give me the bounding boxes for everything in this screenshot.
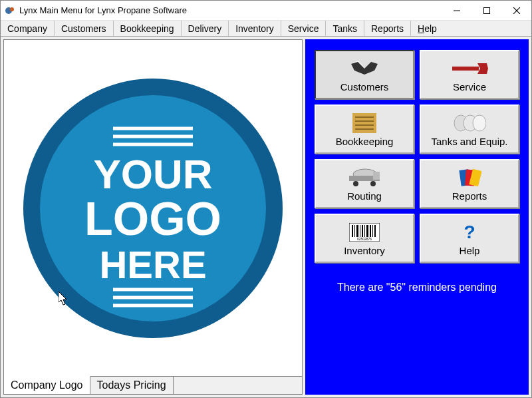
- app-icon: [5, 5, 15, 16]
- service-button[interactable]: Service: [420, 50, 519, 99]
- menubar: Company Customers Bookkeeping Delivery I…: [1, 21, 531, 37]
- tanks-button[interactable]: Tanks and Equip.: [420, 104, 519, 154]
- menu-bookkeeping[interactable]: Bookkeeping: [114, 21, 182, 36]
- tab-todays-pricing[interactable]: Todays Pricing: [90, 377, 174, 394]
- button-label: Reports: [452, 190, 487, 202]
- window-controls: [442, 1, 531, 20]
- svg-point-1: [10, 7, 14, 11]
- button-label: Help: [460, 245, 480, 256]
- barcode-icon: 02502876: [349, 221, 380, 244]
- svg-point-25: [473, 115, 486, 131]
- svg-text:HERE: HERE: [99, 243, 206, 286]
- titlebar: Lynx Main Menu for Lynx Propane Software: [1, 1, 531, 21]
- svg-rect-28: [373, 172, 380, 180]
- inventory-button[interactable]: 02502876 Inventory: [315, 214, 414, 263]
- svg-rect-17: [452, 67, 479, 71]
- svg-text:?: ?: [464, 222, 475, 242]
- svg-rect-36: [354, 225, 355, 237]
- menu-help[interactable]: Help: [411, 21, 444, 36]
- right-panel: Customers Service Bookkeeping: [305, 39, 529, 395]
- wrench-icon: [450, 57, 489, 80]
- content-area: YOUR LOGO HERE Company Logo Todays Prici…: [1, 37, 531, 397]
- reports-button[interactable]: Reports: [420, 159, 519, 208]
- menu-tanks[interactable]: Tanks: [326, 21, 364, 36]
- menu-service[interactable]: Service: [281, 21, 327, 36]
- truck-icon: [346, 166, 382, 189]
- button-label: Inventory: [344, 245, 385, 256]
- ledger-icon: [351, 112, 378, 134]
- button-label: Bookkeeping: [336, 136, 394, 147]
- button-label: Tanks and Equip.: [431, 136, 507, 147]
- customers-button[interactable]: Customers: [315, 50, 414, 99]
- svg-text:YOUR: YOUR: [93, 151, 212, 197]
- svg-point-30: [370, 181, 376, 186]
- tanks-icon: [453, 112, 486, 134]
- left-tabs: Company Logo Todays Pricing: [4, 376, 302, 394]
- svg-rect-41: [366, 225, 368, 237]
- svg-rect-39: [362, 225, 363, 237]
- svg-rect-43: [372, 225, 373, 237]
- menu-reports[interactable]: Reports: [364, 21, 411, 36]
- reminders-status: There are "56" reminders pending: [337, 282, 497, 294]
- menu-delivery[interactable]: Delivery: [182, 21, 229, 36]
- close-button[interactable]: [501, 1, 531, 20]
- minimize-button[interactable]: [442, 1, 471, 20]
- svg-rect-35: [352, 225, 353, 237]
- company-logo-area: YOUR LOGO HERE: [4, 40, 302, 376]
- svg-rect-37: [356, 225, 358, 237]
- handshake-icon: [348, 57, 381, 80]
- company-logo-icon: YOUR LOGO HERE: [13, 69, 293, 348]
- button-label: Routing: [347, 190, 382, 202]
- menu-company[interactable]: Company: [1, 21, 55, 36]
- svg-point-29: [353, 181, 358, 186]
- button-label: Customers: [340, 81, 389, 93]
- bookkeeping-button[interactable]: Bookkeeping: [315, 104, 414, 154]
- help-icon: ?: [462, 221, 477, 244]
- maximize-button[interactable]: [471, 1, 501, 20]
- help-button[interactable]: ? Help: [420, 214, 519, 263]
- tab-company-logo[interactable]: Company Logo: [4, 376, 90, 394]
- svg-rect-3: [483, 7, 489, 13]
- app-window: Lynx Main Menu for Lynx Propane Software…: [0, 0, 532, 398]
- reports-icon: [458, 166, 481, 189]
- window-title: Lynx Main Menu for Lynx Propane Software: [19, 5, 442, 15]
- routing-button[interactable]: Routing: [315, 159, 414, 208]
- button-label: Service: [453, 81, 486, 93]
- main-button-grid: Customers Service Bookkeeping: [315, 50, 519, 263]
- svg-rect-44: [374, 225, 376, 237]
- menu-inventory[interactable]: Inventory: [229, 21, 281, 36]
- left-panel: YOUR LOGO HERE Company Logo Todays Prici…: [3, 39, 303, 395]
- menu-customers[interactable]: Customers: [55, 21, 114, 36]
- svg-rect-42: [370, 225, 371, 237]
- svg-text:LOGO: LOGO: [84, 193, 221, 245]
- svg-rect-38: [360, 225, 360, 237]
- svg-rect-40: [364, 225, 365, 237]
- svg-rect-18: [352, 113, 376, 133]
- svg-text:02502876: 02502876: [357, 237, 372, 241]
